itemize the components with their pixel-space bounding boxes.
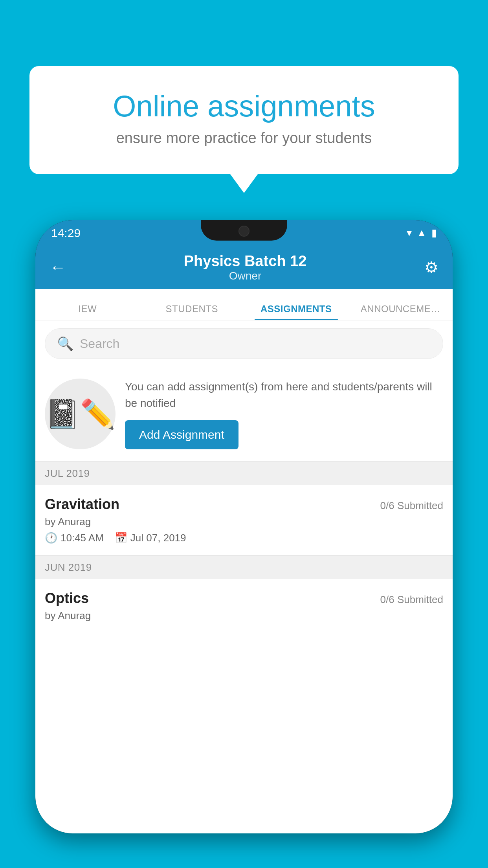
wifi-icon: ▾ xyxy=(407,227,412,239)
app-bar-title-group: Physics Batch 12 Owner xyxy=(184,253,307,282)
assignment-date: 📅 Jul 07, 2019 xyxy=(115,532,186,544)
section-header-jul: JUL 2019 xyxy=(35,462,453,485)
tab-announcements[interactable]: ANNOUNCEME… xyxy=(349,303,453,320)
phone-frame: 14:29 ▾ ▲ ▮ ← Physics Batch 12 Owner ⚙ I… xyxy=(35,220,453,833)
phone-screen: 🔍 Search 📓✏️ You can add assignment(s) f… xyxy=(35,320,453,833)
phone-camera xyxy=(238,226,250,237)
assignment-time-value: 10:45 AM xyxy=(61,532,104,544)
speech-bubble-card: Online assignments ensure more practice … xyxy=(29,66,459,174)
assignment-submitted: 0/6 Submitted xyxy=(380,500,443,512)
promo-description: You can add assignment(s) from here and … xyxy=(125,379,443,412)
search-icon: 🔍 xyxy=(57,336,73,351)
promo-text-group: You can add assignment(s) from here and … xyxy=(125,379,443,449)
tab-iew[interactable]: IEW xyxy=(35,303,140,320)
assignment-time: 🕐 10:45 AM xyxy=(45,532,104,544)
status-time: 14:29 xyxy=(51,226,81,240)
phone-wrapper: 14:29 ▾ ▲ ▮ ← Physics Batch 12 Owner ⚙ I… xyxy=(35,220,453,868)
assignment-row-top-optics: Optics 0/6 Submitted xyxy=(45,590,443,607)
search-placeholder: Search xyxy=(80,337,119,351)
battery-icon: ▮ xyxy=(431,227,437,239)
status-icons: ▾ ▲ ▮ xyxy=(407,227,437,239)
assignment-item-optics[interactable]: Optics 0/6 Submitted by Anurag xyxy=(35,579,453,637)
notebook-icon: 📓✏️ xyxy=(45,397,116,431)
speech-bubble-title: Online assignments xyxy=(57,90,431,123)
search-bar[interactable]: 🔍 Search xyxy=(45,328,443,359)
app-bar-title: Physics Batch 12 xyxy=(184,253,307,270)
signal-icon: ▲ xyxy=(416,227,427,239)
promo-icon-circle: 📓✏️ xyxy=(45,379,116,449)
assignment-row-top: Gravitation 0/6 Submitted xyxy=(45,496,443,513)
tab-bar: IEW STUDENTS ASSIGNMENTS ANNOUNCEME… xyxy=(35,289,453,320)
clock-icon: 🕐 xyxy=(45,532,57,544)
assignment-date-value: Jul 07, 2019 xyxy=(130,532,186,544)
assignment-name-optics: Optics xyxy=(45,590,89,607)
assignment-name: Gravitation xyxy=(45,496,119,513)
phone-notch xyxy=(201,220,287,241)
app-bar-subtitle: Owner xyxy=(184,270,307,282)
add-assignment-button[interactable]: Add Assignment xyxy=(125,420,238,449)
tab-assignments[interactable]: ASSIGNMENTS xyxy=(244,303,349,320)
assignment-by: by Anurag xyxy=(45,516,443,528)
app-bar: ← Physics Batch 12 Owner ⚙ xyxy=(35,246,453,289)
tab-students[interactable]: STUDENTS xyxy=(140,303,244,320)
assignment-meta: 🕐 10:45 AM 📅 Jul 07, 2019 xyxy=(45,532,443,544)
promo-section: 📓✏️ You can add assignment(s) from here … xyxy=(35,367,453,462)
settings-icon[interactable]: ⚙ xyxy=(424,258,438,276)
calendar-icon: 📅 xyxy=(115,532,127,544)
assignment-submitted-optics: 0/6 Submitted xyxy=(380,594,443,606)
section-header-jun: JUN 2019 xyxy=(35,555,453,579)
assignment-by-optics: by Anurag xyxy=(45,610,443,622)
speech-bubble-subtitle: ensure more practice for your students xyxy=(57,130,431,147)
assignment-item-gravitation[interactable]: Gravitation 0/6 Submitted by Anurag 🕐 10… xyxy=(35,485,453,555)
back-button[interactable]: ← xyxy=(50,258,66,277)
